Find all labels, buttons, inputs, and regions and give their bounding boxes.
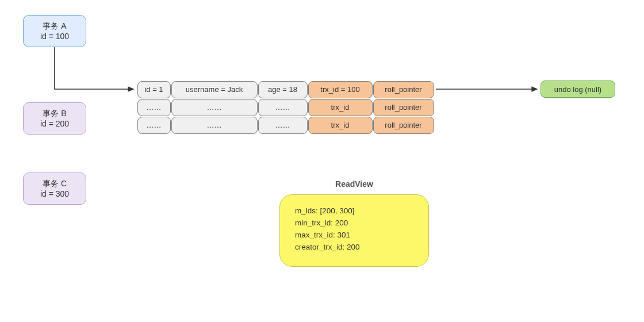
transaction-c-name: 事务 C [43,178,67,189]
cell-username: username = Jack [171,81,258,98]
cell-trx-id: trx_id [308,117,373,134]
cell-id: …… [137,117,171,134]
cell-age: …… [258,99,308,116]
table-row: …… …… …… trx_id roll_pointer [137,116,434,134]
readview-title: ReadView [279,179,429,189]
undo-log-box: undo log (null) [540,80,615,98]
version-chain-table: id = 1 username = Jack age = 18 trx_id =… [137,80,434,134]
transaction-b-box: 事务 B id = 200 [23,102,86,135]
transaction-b-name: 事务 B [43,108,66,118]
undo-log-label: undo log (null) [554,85,601,94]
transaction-b-id: id = 200 [40,118,69,129]
transaction-a-box: 事务 A id = 100 [23,15,86,47]
cell-id: id = 1 [137,81,171,98]
readview-max: max_trx_id: 301 [295,229,413,241]
readview-box: m_ids: [200, 300] min_trx_id: 200 max_tr… [279,194,429,267]
readview-m-ids: m_ids: [200, 300] [295,205,413,217]
transaction-c-box: 事务 C id = 300 [23,172,86,205]
transaction-a-name: 事务 A [43,21,66,31]
cell-id: …… [137,99,171,116]
readview-creator: creator_trx_id: 200 [295,241,413,254]
transaction-c-id: id = 300 [40,189,69,199]
cell-age: …… [258,117,308,134]
table-row: id = 1 username = Jack age = 18 trx_id =… [137,80,434,98]
cell-roll-pointer: roll_pointer [373,81,434,98]
cell-trx-id: trx_id = 100 [308,81,373,98]
cell-roll-pointer: roll_pointer [373,99,434,116]
cell-age: age = 18 [258,81,308,98]
cell-username: …… [171,99,258,116]
diagram-arrows [0,0,644,322]
transaction-a-id: id = 100 [40,31,69,41]
cell-roll-pointer: roll_pointer [373,117,434,134]
table-row: …… …… …… trx_id roll_pointer [137,98,434,116]
cell-trx-id: trx_id [308,99,373,116]
cell-username: …… [171,117,258,134]
readview-min: min_trx_id: 200 [295,217,413,229]
